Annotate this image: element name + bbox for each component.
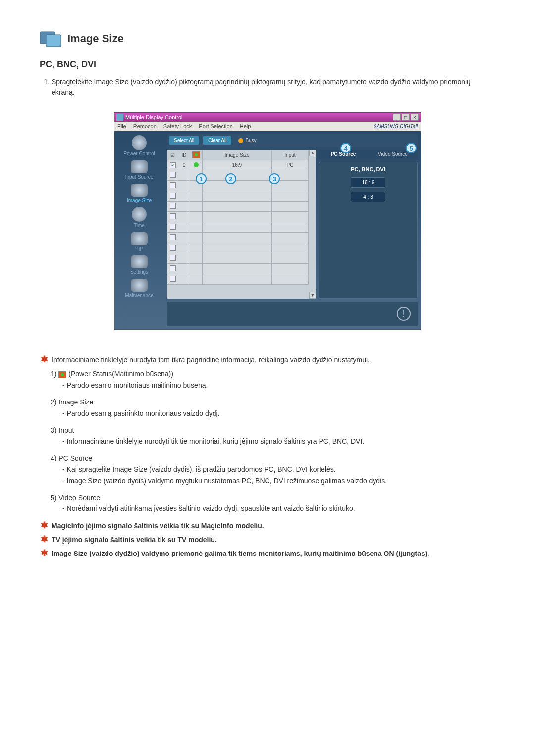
legend-intro: ✱ Informaciniame tinklelyje nurodyta tam… <box>40 354 495 365</box>
power-status-small-icon <box>58 371 66 378</box>
table-row[interactable] <box>167 222 309 233</box>
table-row[interactable] <box>167 233 309 243</box>
panel-label: PC, BNC, DVI <box>323 166 413 172</box>
legend-label: Image Size <box>58 398 93 406</box>
busy-dot-icon <box>238 138 243 143</box>
image-size-icon <box>131 184 148 197</box>
sidebar-item-label: Image Size <box>116 198 162 203</box>
menu-port-selection[interactable]: Port Selection <box>199 123 232 129</box>
section-subtitle: PC, BNC, DVI <box>40 59 495 70</box>
table-row[interactable] <box>167 202 309 212</box>
col-image-size: Image Size <box>203 150 272 160</box>
sidebar-item-input-source[interactable]: Input Source <box>116 159 162 181</box>
warning-icon: ! <box>397 307 411 321</box>
table-row[interactable] <box>167 170 309 181</box>
image-size-header-icon <box>40 30 61 48</box>
scrollbar[interactable]: ▲ ▼ <box>309 150 316 299</box>
legend-desc: - Image Size (vaizdo dydis) valdymo mygt… <box>51 475 495 486</box>
note-text: MagicInfo įėjimo signalo šaltinis veikia… <box>52 520 495 531</box>
row-checkbox[interactable] <box>170 276 176 282</box>
select-all-button[interactable]: Select All <box>169 136 199 145</box>
table-row[interactable] <box>167 274 309 285</box>
legend-label: PC Source <box>58 454 92 462</box>
star-icon: ✱ <box>40 548 49 558</box>
legend-item-5: 5) Video Source - Norėdami valdyti atiti… <box>40 492 495 514</box>
row-checkbox[interactable] <box>170 182 176 188</box>
legend-item-2: 2) Image Size - Parodo esamą pasirinkto … <box>40 397 495 419</box>
legend-label: (Power Status(Maitinimo būsena)) <box>68 370 173 378</box>
star-icon: ✱ <box>40 534 49 544</box>
row-checkbox[interactable] <box>170 213 176 219</box>
brand-label: SAMSUNG DIGITall <box>374 124 418 129</box>
row-id: 0 <box>178 160 190 170</box>
callout-2: 2 <box>225 173 236 184</box>
table-row[interactable]: 0 16:9 PC <box>167 160 309 170</box>
row-checkbox[interactable] <box>170 224 176 230</box>
row-checkbox[interactable] <box>170 234 176 240</box>
menu-remocon[interactable]: Remocon <box>133 123 157 129</box>
row-checkbox[interactable] <box>170 255 176 261</box>
close-button[interactable]: × <box>411 114 419 121</box>
legend-desc: - Parodo esamą pasirinkto monitoriaus va… <box>51 408 495 419</box>
page-title: Image Size <box>67 32 124 45</box>
option-16-9-button[interactable]: 16 : 9 <box>351 177 385 188</box>
legend-num: 1) <box>51 370 56 378</box>
legend-desc: - Kai spragtelite Image Size (vaizdo dyd… <box>51 464 495 475</box>
option-4-3-button[interactable]: 4 : 3 <box>351 192 385 202</box>
menu-safety-lock[interactable]: Safety Lock <box>163 123 192 129</box>
row-checkbox[interactable] <box>170 162 176 168</box>
table-row[interactable] <box>167 191 309 202</box>
legend-num: 3) <box>51 426 56 434</box>
star-icon: ✱ <box>40 354 49 364</box>
legend-item-3: 3) Input - Informaciniame tinklelyje nur… <box>40 425 495 447</box>
main-area: Select All Clear All Busy ☑ ID <box>164 131 421 329</box>
settings-icon <box>131 255 148 268</box>
sidebar-item-label: Time <box>116 223 162 228</box>
row-checkbox[interactable] <box>170 265 176 271</box>
sidebar-item-pip[interactable]: PIP <box>116 231 162 252</box>
table-row[interactable] <box>167 181 309 191</box>
app-icon <box>116 114 123 121</box>
table-row[interactable] <box>167 253 309 264</box>
row-checkbox[interactable] <box>170 172 176 178</box>
table-row[interactable] <box>167 243 309 253</box>
col-status <box>190 150 203 160</box>
table-row[interactable] <box>167 264 309 274</box>
maximize-button[interactable]: □ <box>402 114 410 121</box>
sidebar-item-image-size[interactable]: Image Size <box>116 183 162 204</box>
menu-file[interactable]: File <box>117 123 126 129</box>
scroll-up-button[interactable]: ▲ <box>309 150 316 156</box>
input-source-icon <box>131 160 148 173</box>
note-text: Image Size (vaizdo dydžio) valdymo priem… <box>52 548 495 559</box>
minimize-button[interactable]: _ <box>393 114 401 121</box>
col-check: ☑ <box>167 150 178 160</box>
pip-icon <box>131 232 148 245</box>
row-image-size: 16:9 <box>203 160 272 170</box>
callout-3: 3 <box>269 173 280 184</box>
menu-help[interactable]: Help <box>240 123 251 129</box>
legend-desc: - Norėdami valdyti atitinkamą įvesties š… <box>51 503 495 514</box>
sidebar-item-maintenance[interactable]: Maintenance <box>116 278 162 299</box>
row-input: PC <box>271 160 308 170</box>
row-checkbox[interactable] <box>170 203 176 209</box>
time-icon <box>132 207 147 222</box>
sidebar-item-label: Power Control <box>116 151 162 156</box>
row-checkbox[interactable] <box>170 193 176 199</box>
row-checkbox[interactable] <box>170 245 176 251</box>
table-row[interactable] <box>167 212 309 222</box>
legend-list: 1) (Power Status(Maitinimo būsena)) - Pa… <box>40 368 495 514</box>
legend-num: 2) <box>51 398 56 406</box>
sidebar-item-time[interactable]: Time <box>116 206 162 229</box>
legend-desc: - Parodo esamo monitoriaus maitinimo būs… <box>51 380 495 391</box>
clear-all-button[interactable]: Clear All <box>203 136 231 145</box>
toolbar: Select All Clear All Busy <box>167 134 418 147</box>
legend-num: 5) <box>51 494 56 502</box>
callout-1: 1 <box>196 173 207 184</box>
sidebar-item-power-control[interactable]: Power Control <box>116 134 162 157</box>
callout-5: 5 <box>406 143 417 153</box>
busy-label: Busy <box>245 138 256 143</box>
note-text: TV įėjimo signalo šaltinis veikia tik su… <box>52 534 495 545</box>
sidebar-item-settings[interactable]: Settings <box>116 254 162 276</box>
scroll-down-button[interactable]: ▼ <box>309 292 316 299</box>
svg-rect-1 <box>46 35 61 47</box>
